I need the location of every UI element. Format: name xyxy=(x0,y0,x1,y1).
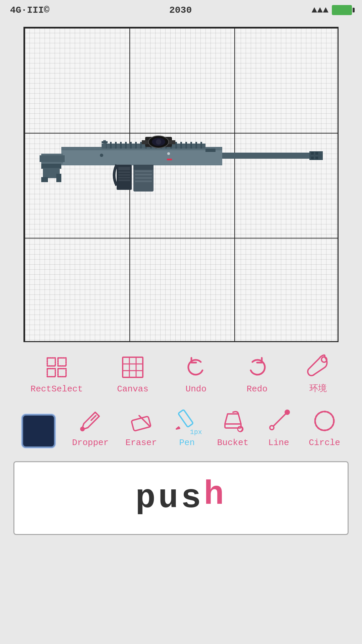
svg-rect-27 xyxy=(311,157,314,159)
svg-rect-62 xyxy=(123,357,143,377)
svg-rect-47 xyxy=(40,155,65,162)
tool-circle[interactable]: Circle xyxy=(309,408,340,448)
dropper-label: Dropper xyxy=(72,438,109,448)
canvas-label: Canvas xyxy=(117,384,148,394)
svg-rect-43 xyxy=(118,174,130,176)
tool-canvas[interactable]: Canvas xyxy=(117,354,148,394)
svg-rect-45 xyxy=(118,179,130,181)
svg-rect-4 xyxy=(110,142,112,149)
tool-undo[interactable]: Undo xyxy=(183,354,209,394)
svg-rect-38 xyxy=(135,177,152,179)
bucket-label: Bucket xyxy=(217,438,249,448)
svg-rect-8 xyxy=(130,142,132,149)
svg-rect-9 xyxy=(135,142,137,149)
svg-point-54 xyxy=(167,152,170,155)
push-text: push xyxy=(135,479,227,517)
svg-rect-17 xyxy=(175,142,177,149)
svg-rect-51 xyxy=(56,174,61,182)
circle-icon xyxy=(311,408,338,434)
tool-pen[interactable]: 1px Pen xyxy=(174,408,200,448)
svg-rect-10 xyxy=(140,142,142,149)
color-swatch[interactable] xyxy=(22,414,55,448)
rect-select-icon xyxy=(43,354,70,381)
color-swatch-item[interactable] xyxy=(22,414,55,448)
tool-bucket[interactable]: Bucket xyxy=(217,408,249,448)
status-time: 2030 xyxy=(169,5,192,15)
canvas-icon xyxy=(119,354,146,381)
pen-icon-wrap: 1px xyxy=(174,408,200,434)
svg-line-77 xyxy=(274,414,285,426)
svg-rect-36 xyxy=(135,170,152,172)
svg-point-53 xyxy=(100,154,103,157)
pixel-canvas[interactable] xyxy=(23,27,339,342)
carrier-text: 4G·III© xyxy=(10,5,50,15)
signal-text: ▲▲▲ xyxy=(312,5,328,15)
svg-rect-20 xyxy=(190,142,192,149)
svg-rect-26 xyxy=(315,152,318,155)
pen-label: Pen xyxy=(179,438,195,448)
svg-rect-23 xyxy=(222,153,316,159)
redo-icon xyxy=(244,354,270,381)
tool-redo[interactable]: Redo xyxy=(244,354,270,394)
svg-rect-55 xyxy=(167,159,172,160)
svg-rect-18 xyxy=(180,142,182,149)
eraser-label: Eraser xyxy=(125,438,157,448)
svg-rect-19 xyxy=(185,142,187,149)
svg-rect-37 xyxy=(135,174,152,175)
line-icon xyxy=(265,408,292,434)
svg-rect-60 xyxy=(47,369,55,377)
push-h-letter: h xyxy=(204,476,227,514)
env-label: 环境 xyxy=(309,382,327,394)
battery-icon xyxy=(332,5,352,15)
svg-point-79 xyxy=(315,412,334,430)
status-bar: 4G·III© 2030 ▲▲▲ xyxy=(0,0,362,20)
undo-label: Undo xyxy=(186,384,206,394)
svg-rect-59 xyxy=(58,358,66,366)
svg-rect-48 xyxy=(41,164,61,169)
redo-label: Redo xyxy=(247,384,267,394)
svg-rect-50 xyxy=(41,177,48,182)
line-label: Line xyxy=(268,438,289,448)
svg-rect-72 xyxy=(178,410,193,427)
svg-point-76 xyxy=(270,426,274,430)
toolbar-row1: RectSelect Canvas Undo xyxy=(0,342,362,404)
tool-dropper[interactable]: Dropper xyxy=(72,408,109,448)
svg-rect-28 xyxy=(315,157,318,159)
rect-select-label: RectSelect xyxy=(31,384,83,394)
status-carrier: 4G·III© xyxy=(10,5,50,15)
svg-marker-73 xyxy=(176,427,180,429)
toolbar-row2: Dropper Eraser 1px Pen xyxy=(0,404,362,458)
gun-art xyxy=(35,125,329,199)
time-text: 2030 xyxy=(169,5,192,15)
env-icon xyxy=(305,352,331,379)
eraser-icon xyxy=(128,408,155,434)
svg-rect-21 xyxy=(195,142,197,149)
tool-eraser[interactable]: Eraser xyxy=(125,408,157,448)
svg-rect-5 xyxy=(115,142,117,149)
svg-rect-22 xyxy=(200,142,202,149)
svg-rect-39 xyxy=(135,180,152,182)
status-right: ▲▲▲ xyxy=(312,5,352,15)
push-area[interactable]: push xyxy=(13,461,349,535)
svg-point-69 xyxy=(81,427,84,431)
svg-rect-57 xyxy=(102,141,108,143)
tool-env[interactable]: 环境 xyxy=(305,352,331,394)
undo-icon xyxy=(183,354,209,381)
svg-rect-61 xyxy=(58,369,66,377)
tool-line[interactable]: Line xyxy=(265,408,292,448)
svg-rect-6 xyxy=(120,142,122,149)
svg-rect-52 xyxy=(205,149,216,152)
svg-rect-44 xyxy=(118,177,130,178)
svg-rect-7 xyxy=(125,142,127,149)
circle-label: Circle xyxy=(309,438,340,448)
dropper-icon xyxy=(77,408,104,434)
canvas-container xyxy=(23,27,339,342)
pen-size-label: 1px xyxy=(190,428,202,436)
svg-rect-35 xyxy=(133,165,154,170)
svg-point-33 xyxy=(156,139,161,145)
svg-rect-25 xyxy=(311,152,314,155)
svg-rect-42 xyxy=(118,171,130,173)
svg-point-78 xyxy=(285,410,289,414)
svg-rect-0 xyxy=(61,149,222,165)
tool-rect-select[interactable]: RectSelect xyxy=(31,354,83,394)
